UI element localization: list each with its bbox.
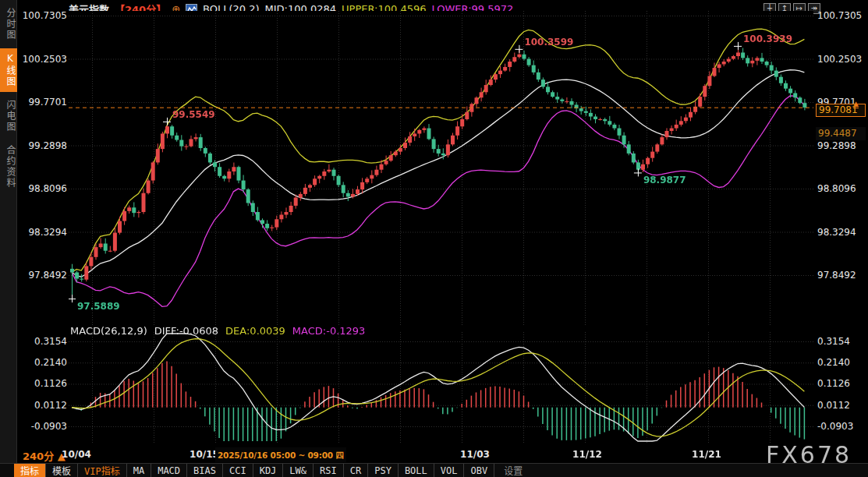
sidebar-tab-3[interactable]: 合约资料 [0, 140, 17, 193]
sidebar-tab-0[interactable]: 分时图 [0, 3, 17, 45]
price-tick-right: 97.8492 [817, 270, 866, 281]
time-axis: 240分 ▲ FX678 10/0410/1510/2411/0311/1211… [0, 443, 868, 463]
toolbar-item-CCI[interactable]: CCI [223, 464, 253, 477]
price-tick-left: 100.7305 [19, 10, 67, 21]
date-tick-10-04: 10/04 [62, 449, 91, 460]
price-tick-left: 99.7701 [19, 97, 67, 108]
price-tick-left: 100.2503 [19, 54, 67, 65]
macd-tick-left: 0.3154 [19, 336, 67, 347]
sidebar-tab-2[interactable]: 闪电图 [0, 95, 17, 137]
toolbar-item-BIAS[interactable]: BIAS [187, 464, 223, 477]
macd-tick-left: 0.2140 [19, 357, 67, 368]
macd-tick-right: 0.2140 [817, 357, 866, 368]
price-annotation-97.5889: 97.5889 [77, 301, 120, 312]
toolbar-item-模板[interactable]: 模板 [46, 464, 78, 477]
macd-tick-right: 0.0112 [817, 400, 866, 411]
toolbar-item-VIP指标[interactable]: VIP指标 [78, 464, 127, 477]
macd-header: MACD(26,12,9) DIFF:-0.0608 DEA:0.0039 MA… [70, 325, 365, 337]
price-up-arrow-icon: ▲ [853, 101, 859, 108]
macd-tick-right: 0.1126 [817, 378, 866, 389]
price-tick-right: 98.3294 [817, 227, 866, 238]
macd-chart-canvas[interactable] [69, 332, 813, 443]
toolbar-item-指标[interactable]: 指标 [14, 464, 46, 477]
price-annotation-99.5549: 99.5549 [172, 109, 215, 120]
price-tick-left: 99.2898 [19, 140, 67, 151]
macd-tick-right: 0.3154 [817, 336, 866, 347]
sidebar-tab-1[interactable]: K线图 [0, 48, 17, 92]
trading-app-window: 分时图K线图闪电图合约资料 美元指数 【240分】 ⊕ BOLL(20,2) M… [0, 0, 868, 477]
price-tick-right: 100.7305 [817, 10, 866, 21]
macd-diff-value: DIFF:-0.0608 [154, 325, 218, 337]
macd-indicator-label: MACD(26,12,9) [70, 325, 147, 337]
date-tick-11-03: 11/03 [460, 449, 490, 460]
toolbar-item-KDJ[interactable]: KDJ [253, 464, 284, 477]
toolbar-item-LW&[interactable]: LW& [283, 464, 314, 477]
main-chart-canvas[interactable] [69, 11, 813, 326]
toolbar-item-OBV[interactable]: OBV [464, 464, 494, 477]
macd-dea-value: DEA:0.0039 [225, 325, 285, 337]
macd-tick-left: 0.1126 [19, 378, 67, 389]
macd-tick-left: -0.0903 [19, 421, 67, 432]
bar-time-tooltip: 2025/10/16 05:00 ~ 09:00 四 [215, 447, 346, 462]
price-annotation-100.3599: 100.3599 [524, 37, 573, 48]
toolbar-item-BOLL[interactable]: BOLL [399, 464, 434, 477]
macd-tick-right: -0.0903 [817, 421, 866, 432]
price-tick-right: 98.8096 [817, 183, 866, 194]
price-tick-left: 97.8492 [19, 270, 67, 281]
price-tick-right: 100.2503 [817, 54, 866, 65]
price-tick-right: 99.2898 [817, 140, 866, 151]
price-annotation-100.3939: 100.3939 [743, 34, 792, 44]
toolbar-item-VOL[interactable]: VOL [434, 464, 465, 477]
date-tick-11-21: 11/21 [692, 449, 721, 460]
date-tick-11-12: 11/12 [572, 449, 602, 460]
toolbar-item-MACD[interactable]: MACD [151, 464, 187, 477]
toolbar-item-PSY[interactable]: PSY [368, 464, 399, 477]
price-tick-left: 98.3294 [19, 227, 67, 238]
toolbar-item-CR[interactable]: CR [344, 464, 368, 477]
left-sidebar: 分时图K线图闪电图合约资料 [0, 0, 17, 477]
indicator-toolbar: 指标模板VIP指标MAMACDBIASCCIKDJLW&RSICRPSYBOLL… [0, 463, 868, 477]
price-annotation-98.9877: 98.9877 [643, 175, 686, 186]
toolbar-item-MA[interactable]: MA [127, 464, 151, 477]
price-tick-left: 98.8096 [19, 183, 67, 194]
toolbar-item-设置[interactable]: 设置 [498, 464, 529, 477]
macd-tick-left: 0.0112 [19, 400, 67, 411]
macd-macd-value: MACD:-0.1293 [292, 325, 366, 337]
toolbar-item-RSI[interactable]: RSI [314, 464, 344, 477]
secondary-price-box: 99.4487 [816, 127, 866, 140]
